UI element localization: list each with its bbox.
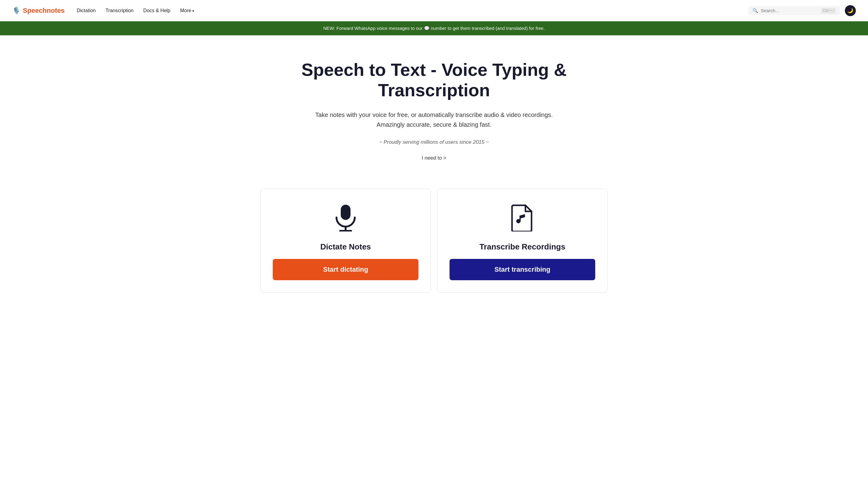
transcribe-card-title: Transcribe Recordings [479, 242, 565, 252]
dictate-card-title: Dictate Notes [320, 242, 371, 252]
dictate-card: Dictate Notes Start dictating [260, 189, 431, 293]
start-dictating-button[interactable]: Start dictating [273, 259, 418, 280]
i-need-to-link[interactable]: I need to > [294, 155, 574, 161]
banner-text: NEW: Forward WhatsApp voice messages to … [324, 26, 545, 31]
dark-mode-toggle[interactable]: 🌙 [845, 5, 856, 16]
microphone-icon [333, 204, 358, 235]
search-input[interactable] [761, 8, 819, 13]
page-title: Speech to Text - Voice Typing & Transcri… [294, 60, 574, 100]
logo-link[interactable]: 🎙️ Speechnotes [12, 7, 65, 15]
nav-docs[interactable]: Docs & Help [143, 8, 170, 13]
hero-subtitle: Take notes with your voice for free, or … [294, 110, 574, 129]
svg-rect-0 [341, 205, 351, 220]
hero-tagline: ~ Proudly serving millions of users sinc… [294, 139, 574, 145]
moon-icon: 🌙 [847, 8, 853, 13]
nav-dictation[interactable]: Dictation [77, 8, 96, 13]
nav-links: Dictation Transcription Docs & Help More [77, 8, 748, 13]
nav-more[interactable]: More [180, 8, 194, 13]
audio-file-icon [511, 204, 534, 235]
transcribe-card: Transcribe Recordings Start transcribing [437, 189, 608, 293]
feature-cards: Dictate Notes Start dictating Transcribe… [221, 189, 647, 293]
logo-icon: 🎙️ [12, 7, 21, 15]
hero-section: Speech to Text - Voice Typing & Transcri… [282, 35, 586, 189]
start-transcribing-button[interactable]: Start transcribing [450, 259, 595, 280]
chevron-down-icon [192, 8, 194, 13]
nav-transcription[interactable]: Transcription [106, 8, 134, 13]
announcement-banner: NEW: Forward WhatsApp voice messages to … [0, 21, 868, 35]
search-area[interactable]: 🔍 Ctrl + / [748, 6, 840, 15]
logo-text: Speechnotes [23, 7, 65, 15]
keyboard-shortcut-hint: Ctrl + / [821, 8, 836, 13]
search-icon: 🔍 [753, 8, 758, 13]
navbar: 🎙️ Speechnotes Dictation Transcription D… [0, 0, 868, 21]
